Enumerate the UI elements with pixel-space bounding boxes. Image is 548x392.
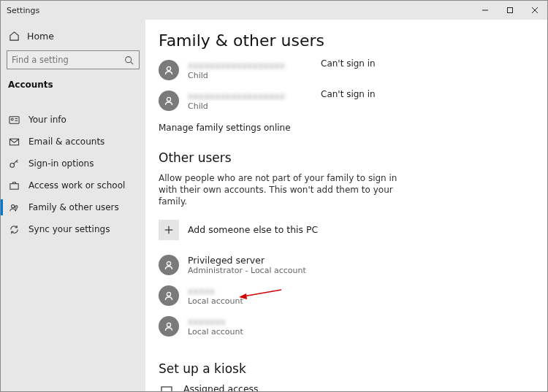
search-wrap (7, 50, 140, 69)
sidebar-item-label: Your info (28, 115, 66, 125)
heading-kiosk: Set up a kiosk (159, 361, 530, 376)
monitor-icon (159, 385, 175, 391)
user-status: Can't sign in (321, 58, 376, 69)
user-name-hidden: xxxxxxxxxxxxxxxxxx (188, 91, 285, 101)
sidebar-item-label: Sign-in options (28, 158, 94, 169)
svg-point-4 (125, 56, 131, 62)
user-name: Privileged server (188, 255, 306, 266)
other-user-row[interactable]: xxxxxxx Local account (159, 313, 530, 344)
user-sub: Administrator - Local account (188, 266, 306, 275)
sidebar-item-access-work-school[interactable]: Access work or school (1, 174, 145, 196)
minimize-button[interactable] (473, 1, 498, 20)
kiosk-title: Assigned access (183, 383, 403, 391)
user-name-hidden: xxxxx (188, 285, 243, 296)
svg-rect-1 (508, 8, 513, 13)
people-icon (8, 201, 20, 213)
user-role: Child (188, 101, 285, 111)
svg-rect-14 (9, 183, 18, 189)
sidebar-item-family-other-users[interactable]: Family & other users (1, 196, 145, 218)
sidebar-item-label: Email & accounts (28, 137, 104, 147)
kiosk-text: Assigned access Set up this device as a … (183, 383, 403, 391)
close-button[interactable] (522, 1, 547, 20)
main-content: Family & other users xxxxxxxxxxxxxxxxxx … (145, 20, 547, 391)
family-member-row[interactable]: xxxxxxxxxxxxxxxxxx Child Can't sign in (159, 88, 530, 118)
user-sub: Local account (188, 327, 243, 337)
user-sub: Local account (188, 296, 243, 306)
avatar-icon (159, 255, 179, 275)
home-icon (8, 30, 20, 42)
search-box[interactable] (7, 50, 140, 69)
avatar-icon (159, 91, 179, 111)
body: Home Accounts Your info (1, 20, 547, 391)
user-info: xxxxx Local account (188, 285, 243, 306)
svg-rect-26 (161, 387, 172, 391)
titlebar: Settings (1, 1, 547, 20)
svg-point-21 (167, 261, 170, 265)
home-button[interactable]: Home (1, 26, 145, 46)
avatar-icon (159, 60, 179, 80)
svg-line-13 (16, 161, 18, 162)
sidebar-item-label: Family & other users (28, 202, 119, 212)
window-controls (473, 1, 547, 20)
user-role: Child (188, 71, 285, 80)
svg-point-16 (15, 205, 17, 207)
family-member-row[interactable]: xxxxxxxxxxxxxxxxxx Child Can't sign in (159, 57, 530, 88)
home-label: Home (27, 31, 54, 42)
search-icon (123, 54, 134, 66)
window-title: Settings (1, 6, 39, 15)
svg-point-15 (11, 204, 14, 207)
maximize-button[interactable] (498, 1, 522, 20)
heading-other-users: Other users (159, 150, 530, 165)
sync-icon (8, 223, 20, 235)
avatar-icon (159, 285, 179, 306)
user-name-hidden: xxxxxxxxxxxxxxxxxx (188, 60, 285, 71)
svg-point-18 (167, 97, 170, 101)
manage-family-link[interactable]: Manage family settings online (159, 123, 530, 133)
annotation-arrow-icon (239, 287, 283, 300)
settings-window: Settings Home (0, 0, 548, 392)
user-info: xxxxxxxxxxxxxxxxxx Child (188, 60, 285, 80)
svg-point-7 (11, 118, 13, 120)
sidebar-item-email-accounts[interactable]: Email & accounts (1, 131, 145, 153)
user-status: Can't sign in (321, 89, 376, 99)
user-name-hidden: xxxxxxx (188, 316, 243, 327)
svg-line-5 (130, 61, 132, 64)
other-users-description: Allow people who are not part of your fa… (159, 172, 400, 208)
sidebar-item-label: Access work or school (28, 180, 125, 191)
sidebar-nav: Your info Email & accounts Sign-in optio… (1, 109, 145, 240)
avatar-icon (159, 316, 179, 337)
svg-point-22 (167, 292, 170, 296)
sidebar: Home Accounts Your info (1, 20, 145, 391)
assigned-access-button[interactable]: Assigned access Set up this device as a … (159, 383, 530, 391)
other-user-row[interactable]: xxxxx Local account (159, 283, 530, 313)
sidebar-item-your-info[interactable]: Your info (1, 109, 145, 131)
sidebar-item-signin-options[interactable]: Sign-in options (1, 153, 145, 174)
user-card-icon (8, 114, 20, 126)
search-input[interactable] (12, 55, 123, 65)
add-user-button[interactable]: Add someone else to this PC (159, 217, 530, 247)
svg-point-25 (167, 323, 170, 326)
svg-line-23 (243, 290, 281, 296)
sidebar-item-label: Sync your settings (28, 224, 110, 234)
user-info: Privileged server Administrator - Local … (188, 255, 306, 275)
briefcase-icon (8, 180, 20, 191)
user-info: xxxxxxxxxxxxxxxxxx Child (188, 91, 285, 111)
add-user-label-wrap: Add someone else to this PC (188, 224, 318, 235)
key-icon (8, 158, 20, 169)
other-user-row[interactable]: Privileged server Administrator - Local … (159, 252, 530, 283)
mail-icon (8, 136, 20, 147)
sidebar-item-sync-settings[interactable]: Sync your settings (1, 218, 145, 240)
user-info: xxxxxxx Local account (188, 316, 243, 337)
heading-family: Family & other users (159, 31, 530, 50)
plus-icon (159, 220, 179, 240)
svg-point-17 (167, 66, 170, 70)
add-user-label: Add someone else to this PC (188, 224, 318, 235)
sidebar-section-accounts: Accounts (1, 77, 145, 94)
